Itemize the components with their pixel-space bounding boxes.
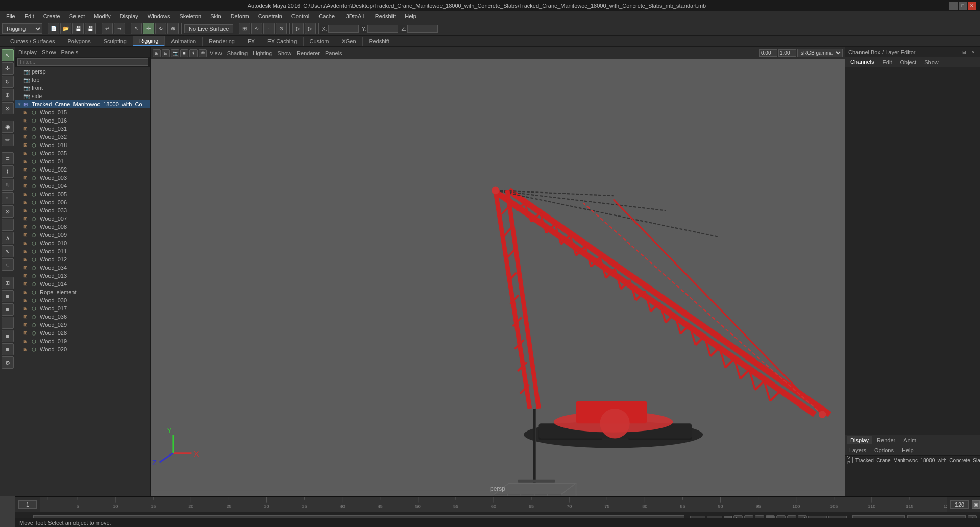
- tree-item-wood_003[interactable]: ⊞ ⬡ Wood_003: [15, 174, 150, 182]
- tab-redshift[interactable]: Redshift: [363, 37, 396, 46]
- tree-item-rope_element[interactable]: ⊞ ⬡ Rope_element: [15, 288, 150, 296]
- brush-tool[interactable]: ⌇: [2, 165, 14, 178]
- close-button[interactable]: ✕: [968, 2, 976, 10]
- menu-item-file[interactable]: File: [2, 12, 19, 20]
- tab-sculpting[interactable]: Sculpting: [97, 37, 133, 46]
- tree-item-wood_036[interactable]: ⊞ ⬡ Wood_036: [15, 313, 150, 321]
- outliner-search-input[interactable]: [17, 58, 148, 66]
- pinch-tool[interactable]: ∧: [2, 232, 14, 244]
- rotate-tool[interactable]: ↻: [2, 76, 14, 88]
- move-tool-button[interactable]: ✛: [143, 23, 154, 34]
- channelbox-pin-button[interactable]: ×: [970, 49, 977, 56]
- outliner-display[interactable]: Display: [18, 49, 37, 55]
- tab-animation[interactable]: Animation: [165, 37, 203, 46]
- vp-btn2[interactable]: ⊟: [162, 49, 170, 57]
- menu-item-display[interactable]: Display: [116, 12, 142, 20]
- root-group-item[interactable]: ▼ ⊞ Tracked_Crane_Manitowoc_18000_with_C…: [15, 100, 150, 108]
- tree-item-wood_004[interactable]: ⊞ ⬡ Wood_004: [15, 182, 150, 190]
- mode-dropdown[interactable]: Rigging Animation Modeling: [2, 23, 42, 34]
- start-frame-input[interactable]: [18, 500, 37, 509]
- tree-item-wood_034[interactable]: ⊞ ⬡ Wood_034: [15, 264, 150, 272]
- channelbox-float-button[interactable]: ⊟: [961, 49, 968, 56]
- relax-tool[interactable]: ≋: [2, 179, 14, 191]
- tab-fx[interactable]: FX: [241, 37, 261, 46]
- tab-polygons[interactable]: Polygons: [61, 37, 97, 46]
- tree-item-wood_01[interactable]: ⊞ ⬡ Wood_01: [15, 157, 150, 165]
- tree-item-wood_019[interactable]: ⊞ ⬡ Wood_019: [15, 337, 150, 345]
- menu-item-select[interactable]: Select: [65, 12, 89, 20]
- move-tool[interactable]: ✛: [2, 62, 14, 75]
- snap-curve-button[interactable]: ∿: [251, 23, 262, 34]
- scale-tool-button[interactable]: ⊕: [167, 23, 179, 34]
- cb-tab-object[interactable]: Object: [898, 58, 918, 66]
- ipr-button[interactable]: ▷: [305, 23, 316, 34]
- tree-item-wood_010[interactable]: ⊞ ⬡ Wood_010: [15, 239, 150, 247]
- layer-tab-display[interactable]: Display: [847, 436, 872, 444]
- save-as-button[interactable]: 💾: [85, 23, 96, 34]
- camera-top-item[interactable]: 📷 top: [15, 76, 150, 84]
- tree-item-wood_020[interactable]: ⊞ ⬡ Wood_020: [15, 345, 150, 353]
- tree-item-wood_035[interactable]: ⊞ ⬡ Wood_035: [15, 149, 150, 157]
- vp-menu-lighting[interactable]: Lighting: [253, 50, 273, 56]
- outliner-panels[interactable]: Panels: [61, 49, 79, 55]
- display-settings-tool[interactable]: ⊞: [2, 277, 14, 289]
- undo-button[interactable]: ↩: [102, 23, 113, 34]
- flatten-tool[interactable]: ≡: [2, 219, 14, 231]
- sculpt-tool[interactable]: ⊂: [2, 152, 14, 164]
- tree-item-wood_030[interactable]: ⊞ ⬡ Wood_030: [15, 296, 150, 304]
- time-scrubber[interactable]: [40, 497, 947, 512]
- layer-tool4[interactable]: ≡: [2, 330, 14, 342]
- tree-item-wood_009[interactable]: ⊞ ⬡ Wood_009: [15, 231, 150, 239]
- soft-select-tool[interactable]: ◉: [2, 121, 14, 133]
- viewport-canvas[interactable]: X Y Z persp: [151, 59, 845, 496]
- knife-tool[interactable]: ⊂: [2, 258, 14, 271]
- menu-item-deform[interactable]: Deform: [227, 12, 253, 20]
- vp-show-btn[interactable]: 👁: [199, 49, 207, 57]
- tree-item-wood_031[interactable]: ⊞ ⬡ Wood_031: [15, 125, 150, 133]
- menu-item-skin[interactable]: Skin: [206, 12, 225, 20]
- vp-camera-btn[interactable]: 📷: [171, 49, 179, 57]
- snap-point-button[interactable]: ·: [263, 23, 275, 34]
- menu-item-help[interactable]: Help: [401, 12, 421, 20]
- vp-light-btn[interactable]: ☀: [189, 49, 198, 57]
- tab-rigging[interactable]: Rigging: [133, 36, 165, 46]
- vp-menu-view[interactable]: View: [210, 50, 222, 56]
- tree-item-wood_007[interactable]: ⊞ ⬡ Wood_007: [15, 214, 150, 223]
- gain-input[interactable]: [778, 49, 796, 57]
- vp-menu-shading[interactable]: Shading: [227, 50, 248, 56]
- paint-tool[interactable]: ✏: [2, 134, 14, 146]
- vp-shading-btn[interactable]: ■: [180, 49, 188, 57]
- tree-item-wood_006[interactable]: ⊞ ⬡ Wood_006: [15, 198, 150, 206]
- layer-tool1[interactable]: ≡: [2, 290, 14, 302]
- tab-fx-caching[interactable]: FX Caching: [261, 37, 303, 46]
- tree-item-wood_017[interactable]: ⊞ ⬡ Wood_017: [15, 304, 150, 313]
- menu-item-control[interactable]: Control: [287, 12, 313, 20]
- settings-tool[interactable]: ⚙: [2, 356, 14, 369]
- new-scene-button[interactable]: 📄: [48, 23, 59, 34]
- cb-tab-channels[interactable]: Channels: [848, 58, 876, 66]
- menu-item--3dtoall-[interactable]: -3DtoAll-: [340, 12, 370, 20]
- outliner-show[interactable]: Show: [42, 49, 56, 55]
- tree-item-wood_033[interactable]: ⊞ ⬡ Wood_033: [15, 206, 150, 214]
- select-tool[interactable]: ↖: [2, 49, 14, 61]
- z-input[interactable]: [407, 25, 438, 33]
- vp-menu-panels[interactable]: Panels: [325, 50, 342, 56]
- tree-item-wood_012[interactable]: ⊞ ⬡ Wood_012: [15, 255, 150, 264]
- layer-tab-anim[interactable]: Anim: [900, 436, 919, 444]
- foamy-tool[interactable]: ∿: [2, 245, 14, 257]
- vp-menu-renderer[interactable]: Renderer: [297, 50, 320, 56]
- no-live-surface-button[interactable]: No Live Surface: [184, 24, 233, 33]
- layer-tab-render[interactable]: Render: [874, 436, 898, 444]
- cb-tab-show[interactable]: Show: [922, 58, 941, 66]
- menu-item-constrain[interactable]: Constrain: [254, 12, 286, 20]
- tree-item-wood_029[interactable]: ⊞ ⬡ Wood_029: [15, 321, 150, 329]
- camera-front-item[interactable]: 📷 front: [15, 84, 150, 92]
- menu-item-windows[interactable]: Windows: [143, 12, 175, 20]
- snap-view-button[interactable]: ⊙: [276, 23, 287, 34]
- vp-menu-show[interactable]: Show: [278, 50, 292, 56]
- save-scene-button[interactable]: 💾: [72, 23, 84, 34]
- tree-item-wood_008[interactable]: ⊞ ⬡ Wood_008: [15, 223, 150, 231]
- exposure-input[interactable]: [760, 49, 777, 57]
- menu-item-cache[interactable]: Cache: [314, 12, 339, 20]
- menu-item-modify[interactable]: Modify: [90, 12, 114, 20]
